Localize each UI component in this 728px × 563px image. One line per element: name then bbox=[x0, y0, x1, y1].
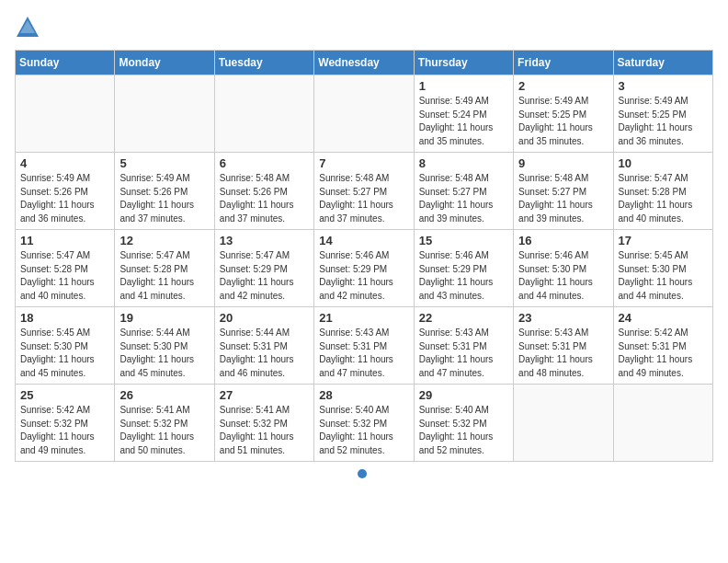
day-number: 22 bbox=[419, 311, 508, 325]
day-number: 15 bbox=[419, 234, 508, 247]
cell-info: Sunrise: 5:48 AMSunset: 5:27 PMDaylight:… bbox=[419, 172, 508, 225]
calendar-cell: 12Sunrise: 5:47 AMSunset: 5:28 PMDayligh… bbox=[115, 230, 214, 307]
cell-info: Sunrise: 5:48 AMSunset: 5:27 PMDaylight:… bbox=[518, 172, 608, 225]
day-number: 27 bbox=[220, 388, 309, 402]
day-number: 14 bbox=[319, 234, 408, 247]
day-number: 26 bbox=[119, 388, 209, 402]
day-number: 12 bbox=[119, 234, 209, 247]
cell-info: Sunrise: 5:48 AMSunset: 5:26 PMDaylight:… bbox=[220, 172, 309, 225]
calendar-cell: 17Sunrise: 5:45 AMSunset: 5:30 PMDayligh… bbox=[613, 230, 712, 307]
cell-info: Sunrise: 5:46 AMSunset: 5:29 PMDaylight:… bbox=[319, 249, 408, 303]
day-number: 2 bbox=[518, 79, 608, 93]
day-number: 8 bbox=[419, 156, 508, 170]
day-number: 17 bbox=[619, 234, 708, 247]
calendar-cell: 4Sunrise: 5:49 AMSunset: 5:26 PMDaylight… bbox=[16, 153, 115, 230]
calendar-cell: 20Sunrise: 5:44 AMSunset: 5:31 PMDayligh… bbox=[214, 307, 313, 385]
calendar-cell: 2Sunrise: 5:49 AMSunset: 5:25 PMDaylight… bbox=[514, 75, 613, 153]
calendar-week-row: 18Sunrise: 5:45 AMSunset: 5:30 PMDayligh… bbox=[16, 307, 713, 385]
calendar-cell bbox=[214, 75, 313, 153]
day-header-sunday: Sunday bbox=[16, 51, 115, 75]
calendar-cell: 23Sunrise: 5:43 AMSunset: 5:31 PMDayligh… bbox=[514, 307, 613, 385]
cell-info: Sunrise: 5:47 AMSunset: 5:28 PMDaylight:… bbox=[20, 249, 109, 303]
day-number: 7 bbox=[319, 156, 408, 170]
calendar-cell: 22Sunrise: 5:43 AMSunset: 5:31 PMDayligh… bbox=[414, 307, 513, 385]
cell-info: Sunrise: 5:49 AMSunset: 5:24 PMDaylight:… bbox=[419, 95, 508, 148]
legend bbox=[15, 469, 713, 478]
cell-info: Sunrise: 5:40 AMSunset: 5:32 PMDaylight:… bbox=[319, 404, 408, 457]
cell-info: Sunrise: 5:44 AMSunset: 5:30 PMDaylight:… bbox=[119, 327, 209, 380]
calendar-cell bbox=[514, 385, 613, 462]
cell-info: Sunrise: 5:42 AMSunset: 5:31 PMDaylight:… bbox=[619, 327, 708, 380]
calendar-cell: 11Sunrise: 5:47 AMSunset: 5:28 PMDayligh… bbox=[16, 230, 115, 307]
calendar-table: SundayMondayTuesdayWednesdayThursdayFrid… bbox=[15, 50, 713, 462]
cell-info: Sunrise: 5:40 AMSunset: 5:32 PMDaylight:… bbox=[419, 404, 508, 457]
day-number: 9 bbox=[518, 156, 608, 170]
day-header-monday: Monday bbox=[115, 51, 214, 75]
day-header-saturday: Saturday bbox=[613, 51, 712, 75]
day-number: 3 bbox=[619, 79, 708, 93]
day-number: 19 bbox=[119, 311, 209, 325]
calendar-cell: 26Sunrise: 5:41 AMSunset: 5:32 PMDayligh… bbox=[115, 385, 214, 462]
cell-info: Sunrise: 5:42 AMSunset: 5:32 PMDaylight:… bbox=[20, 404, 109, 457]
cell-info: Sunrise: 5:49 AMSunset: 5:25 PMDaylight:… bbox=[518, 95, 608, 148]
calendar-cell bbox=[115, 75, 214, 153]
legend-item-daylight bbox=[358, 469, 370, 478]
cell-info: Sunrise: 5:45 AMSunset: 5:30 PMDaylight:… bbox=[619, 249, 708, 303]
cell-info: Sunrise: 5:45 AMSunset: 5:30 PMDaylight:… bbox=[20, 327, 109, 380]
calendar-cell: 29Sunrise: 5:40 AMSunset: 5:32 PMDayligh… bbox=[414, 385, 513, 462]
cell-info: Sunrise: 5:43 AMSunset: 5:31 PMDaylight:… bbox=[319, 327, 408, 380]
day-number: 24 bbox=[619, 311, 708, 325]
calendar-cell: 7Sunrise: 5:48 AMSunset: 5:27 PMDaylight… bbox=[314, 153, 414, 230]
day-number: 6 bbox=[220, 156, 309, 170]
calendar-cell: 18Sunrise: 5:45 AMSunset: 5:30 PMDayligh… bbox=[16, 307, 115, 385]
day-number: 25 bbox=[20, 388, 109, 402]
calendar-cell: 1Sunrise: 5:49 AMSunset: 5:24 PMDaylight… bbox=[414, 75, 513, 153]
page-header bbox=[15, 15, 713, 40]
day-number: 4 bbox=[20, 156, 109, 170]
cell-info: Sunrise: 5:41 AMSunset: 5:32 PMDaylight:… bbox=[220, 404, 309, 457]
logo bbox=[15, 15, 44, 40]
calendar-week-row: 4Sunrise: 5:49 AMSunset: 5:26 PMDaylight… bbox=[16, 153, 713, 230]
day-number: 13 bbox=[220, 234, 309, 247]
calendar-cell: 13Sunrise: 5:47 AMSunset: 5:29 PMDayligh… bbox=[214, 230, 313, 307]
calendar-cell: 14Sunrise: 5:46 AMSunset: 5:29 PMDayligh… bbox=[314, 230, 414, 307]
calendar-cell: 16Sunrise: 5:46 AMSunset: 5:30 PMDayligh… bbox=[514, 230, 613, 307]
day-number: 10 bbox=[619, 156, 708, 170]
day-header-thursday: Thursday bbox=[414, 51, 513, 75]
calendar-cell: 27Sunrise: 5:41 AMSunset: 5:32 PMDayligh… bbox=[214, 385, 313, 462]
day-number: 5 bbox=[119, 156, 209, 170]
calendar-week-row: 25Sunrise: 5:42 AMSunset: 5:32 PMDayligh… bbox=[16, 385, 713, 462]
day-number: 29 bbox=[419, 388, 508, 402]
cell-info: Sunrise: 5:47 AMSunset: 5:29 PMDaylight:… bbox=[220, 249, 309, 303]
day-header-wednesday: Wednesday bbox=[314, 51, 414, 75]
calendar-cell: 28Sunrise: 5:40 AMSunset: 5:32 PMDayligh… bbox=[314, 385, 414, 462]
cell-info: Sunrise: 5:41 AMSunset: 5:32 PMDaylight:… bbox=[119, 404, 209, 457]
cell-info: Sunrise: 5:49 AMSunset: 5:26 PMDaylight:… bbox=[20, 172, 109, 225]
cell-info: Sunrise: 5:48 AMSunset: 5:27 PMDaylight:… bbox=[319, 172, 408, 225]
logo-icon bbox=[15, 15, 40, 40]
cell-info: Sunrise: 5:44 AMSunset: 5:31 PMDaylight:… bbox=[220, 327, 309, 380]
calendar-cell: 25Sunrise: 5:42 AMSunset: 5:32 PMDayligh… bbox=[16, 385, 115, 462]
calendar-cell bbox=[314, 75, 414, 153]
day-number: 20 bbox=[220, 311, 309, 325]
legend-dot bbox=[358, 469, 367, 478]
cell-info: Sunrise: 5:46 AMSunset: 5:30 PMDaylight:… bbox=[518, 249, 608, 303]
calendar-cell bbox=[16, 75, 115, 153]
calendar-cell: 15Sunrise: 5:46 AMSunset: 5:29 PMDayligh… bbox=[414, 230, 513, 307]
cell-info: Sunrise: 5:46 AMSunset: 5:29 PMDaylight:… bbox=[419, 249, 508, 303]
calendar-cell: 24Sunrise: 5:42 AMSunset: 5:31 PMDayligh… bbox=[613, 307, 712, 385]
day-number: 23 bbox=[518, 311, 608, 325]
calendar-cell: 21Sunrise: 5:43 AMSunset: 5:31 PMDayligh… bbox=[314, 307, 414, 385]
day-number: 1 bbox=[419, 79, 508, 93]
cell-info: Sunrise: 5:49 AMSunset: 5:26 PMDaylight:… bbox=[119, 172, 209, 225]
calendar-cell: 9Sunrise: 5:48 AMSunset: 5:27 PMDaylight… bbox=[514, 153, 613, 230]
cell-info: Sunrise: 5:49 AMSunset: 5:25 PMDaylight:… bbox=[619, 95, 708, 148]
calendar-cell: 10Sunrise: 5:47 AMSunset: 5:28 PMDayligh… bbox=[613, 153, 712, 230]
calendar-cell: 8Sunrise: 5:48 AMSunset: 5:27 PMDaylight… bbox=[414, 153, 513, 230]
day-number: 28 bbox=[319, 388, 408, 402]
day-header-friday: Friday bbox=[514, 51, 613, 75]
cell-info: Sunrise: 5:47 AMSunset: 5:28 PMDaylight:… bbox=[619, 172, 708, 225]
calendar-cell: 5Sunrise: 5:49 AMSunset: 5:26 PMDaylight… bbox=[115, 153, 214, 230]
cell-info: Sunrise: 5:47 AMSunset: 5:28 PMDaylight:… bbox=[119, 249, 209, 303]
calendar-week-row: 11Sunrise: 5:47 AMSunset: 5:28 PMDayligh… bbox=[16, 230, 713, 307]
